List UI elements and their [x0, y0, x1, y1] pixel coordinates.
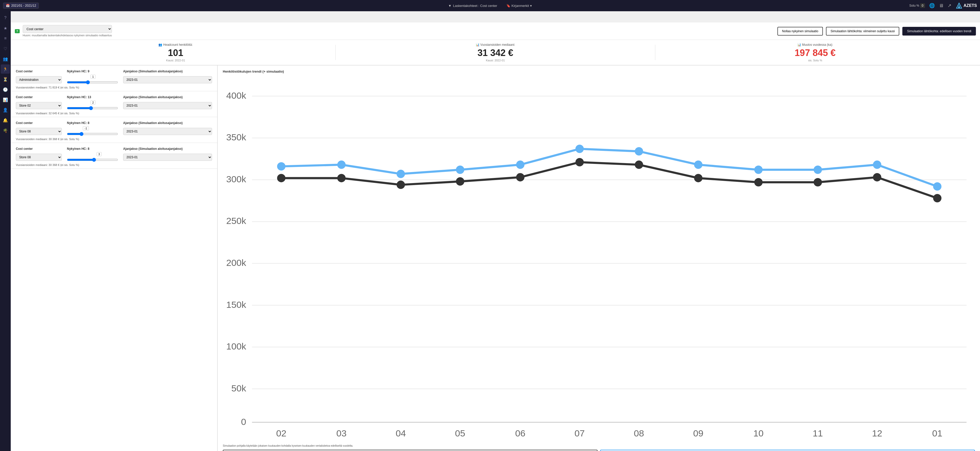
period-label-1: Ajanjakso (Simulaation aloitusajanjakso) — [123, 96, 212, 99]
median-label: 📊 Vuosiansioiden mediaani: — [341, 43, 650, 46]
hc-label-0: Nykyinen HC: 9 — [67, 70, 118, 73]
azets-logo: AZETS — [956, 2, 977, 9]
sidebar-item-activity[interactable]: 🏃 — [1, 64, 10, 73]
stat-headcount: 👥 Headcount henkilöitä: 101 Kausi: 2022-… — [21, 43, 330, 62]
slider-input-1[interactable] — [67, 106, 118, 110]
cc-select-1[interactable]: Administration Store 02 Store 08 — [16, 102, 62, 109]
hc-label-3: Nykyinen HC: 8 — [67, 147, 118, 151]
dot-actual-1 — [337, 174, 346, 182]
period-label-0: Ajanjakso (Simulaation aloitusajanjakso) — [123, 70, 212, 73]
svg-text:08: 08 — [634, 428, 644, 439]
dot-sim-5 — [575, 145, 584, 153]
dot-sim-3 — [456, 166, 465, 174]
slider-input-3[interactable] — [67, 158, 118, 162]
slider-wrapper-0: 1 — [67, 75, 118, 84]
slider-input-0[interactable] — [67, 80, 118, 84]
median-text-1: Vuosiansioiden mediaani: 32 645 € (ei si… — [16, 112, 212, 115]
sidebar-item-menu[interactable]: ≡ — [1, 34, 10, 43]
svg-text:12: 12 — [872, 428, 882, 439]
sidebar-item-people[interactable]: 👥 — [1, 54, 10, 64]
bookmark-icon: 🔖 — [506, 4, 511, 8]
dot-actual-3 — [456, 177, 465, 186]
dot-sim-11 — [933, 182, 942, 191]
svg-text:06: 06 — [515, 428, 525, 439]
median-text-2: Vuosiansioiden mediaani: 30 368 € (ei si… — [16, 137, 212, 140]
screen-icon[interactable]: 🖥 — [939, 3, 943, 8]
calendar-icon: 📅 — [6, 4, 10, 7]
dot-actual-5 — [575, 158, 584, 166]
right-panel: Henkilöstökulujen trendi (+ simulaatio) … — [218, 65, 980, 451]
sidebar-item-health[interactable]: ♡ — [1, 44, 10, 53]
svg-text:50k: 50k — [231, 383, 247, 394]
share-icon[interactable]: ↗ — [948, 3, 951, 8]
cc-block-0: Cost center Nykyinen HC: 9 Ajanjakso (Si… — [11, 65, 217, 91]
level-selector[interactable]: Cost center Department Project — [23, 25, 112, 33]
slider-badge-0: 1 — [91, 75, 95, 79]
top-navigation: 📅 2021/01 - 2021/12 ▼ Laskentakohteet : … — [0, 0, 980, 11]
period-select-3[interactable]: 2023-01 2022-12 2022-11 — [123, 154, 212, 161]
period-select-1[interactable]: 2023-01 2022-12 2022-11 — [123, 102, 212, 109]
svg-text:150k: 150k — [226, 300, 247, 310]
period-select-0[interactable]: 2023-01 2022-12 2022-11 — [123, 76, 212, 83]
svg-text:11: 11 — [813, 428, 823, 439]
panel-row: Cost center Nykyinen HC: 9 Ajanjakso (Si… — [11, 65, 980, 451]
dot-sim-4 — [516, 161, 525, 169]
date-range-selector[interactable]: 📅 2021/01 - 2021/12 — [3, 3, 39, 9]
slider-badge-2: -1 — [83, 126, 89, 131]
dot-sim-1 — [337, 161, 346, 169]
svg-text:01: 01 — [932, 428, 942, 439]
svg-text:09: 09 — [693, 428, 703, 439]
median-value: 31 342 € — [341, 48, 650, 58]
headcount-sub: Kausi: 2022-01 — [21, 59, 330, 62]
sim-button-1[interactable]: Simulaation lähtökohta: viimeinen suljet… — [826, 27, 899, 35]
sidebar-item-analytics[interactable]: 📊 — [1, 95, 10, 104]
cc-label-2: Cost center — [16, 121, 62, 125]
period-select-2[interactable]: 2023-01 2022-12 2022-11 — [123, 128, 212, 135]
toolbar: ? Cost center Department Project Huom: m… — [11, 22, 980, 40]
slider-wrapper-2: -1 — [67, 127, 118, 136]
bookmarks-btn[interactable]: 🔖 Kirjanmerkit ▾ — [506, 4, 532, 8]
chart-legend: Simulaation pohjalla käytetään jokaisen … — [223, 444, 975, 448]
median-sub: Kausi: 2022-01 — [341, 59, 650, 62]
hc-label-2: Nykyinen HC: 8 — [67, 121, 118, 125]
dot-actual-0 — [277, 174, 286, 182]
cc-block-2: Cost center Nykyinen HC: 8 Ajanjakso (Si… — [11, 117, 217, 143]
stats-row: 👥 Headcount henkilöitä: 101 Kausi: 2022-… — [11, 40, 980, 65]
chart-title: Henkilöstökulujen trendi (+ simulaatio) — [223, 70, 975, 73]
chart-svg: 400k 350k 300k 250k 200k 150k 100k 50k 0 — [223, 76, 975, 443]
svg-text:03: 03 — [336, 428, 347, 439]
help-badge[interactable]: ? — [15, 29, 20, 33]
sidebar-item-notifications[interactable]: 🔔 — [1, 116, 10, 125]
headcount-value: 101 — [21, 48, 330, 58]
svg-text:05: 05 — [455, 428, 465, 439]
sidebar-item-vacation[interactable]: 🌴 — [1, 126, 10, 135]
slider-input-2[interactable] — [67, 132, 118, 136]
note-text: Huom: muuttamalla laskentakohdetasoa nyk… — [23, 33, 112, 37]
cc-label-1: Cost center — [16, 96, 62, 99]
sidebar-item-time[interactable]: 🕐 — [1, 85, 10, 94]
sidebar-item-favorites[interactable]: ★ — [1, 24, 10, 33]
change-value: 197 845 € — [660, 48, 970, 58]
sidebar-item-user[interactable]: 👤 — [1, 105, 10, 115]
filter-icon: ▼ — [448, 4, 452, 8]
sidebar-item-help[interactable]: ? — [1, 13, 10, 22]
sim-button-2[interactable]: Simulaation lähtökohta: edellisen vuoden… — [902, 27, 976, 35]
dot-sim-7 — [694, 161, 703, 169]
cc-select-3[interactable]: Administration Store 02 Store 08 — [16, 154, 62, 161]
sidebar-item-hourglass[interactable]: ⏳ — [1, 75, 10, 84]
reset-button[interactable]: Nollaa nykyinen simulaatio — [777, 27, 823, 35]
stat-median: 📊 Vuosiansioiden mediaani: 31 342 € Kaus… — [341, 43, 650, 62]
globe-icon[interactable]: 🌐 — [929, 3, 935, 8]
cc-select-2[interactable]: Administration Store 02 Store 08 — [16, 128, 62, 135]
svg-text:250k: 250k — [226, 216, 247, 226]
svg-text:350k: 350k — [226, 132, 247, 143]
sim-period-btn[interactable]: 📈 Simulaatio ajanjaksolle [2022-02 : 202… — [600, 450, 975, 451]
hc-label-1: Nykyinen HC: 13 — [67, 96, 118, 99]
dot-sim-10 — [873, 161, 881, 169]
cc-label-3: Cost center — [16, 147, 62, 151]
actual-period-btn[interactable]: 📈 Toteuma ajanjaksolla [2021-02 : 2022-0… — [223, 450, 598, 451]
dot-actual-2 — [396, 181, 405, 189]
cc-select-0[interactable]: Administration Store 02 Store 08 — [16, 76, 62, 83]
chart-buttons: 📈 Toteuma ajanjaksolla [2021-02 : 2022-0… — [223, 450, 975, 451]
main-content: ? Cost center Department Project Huom: m… — [11, 22, 980, 451]
